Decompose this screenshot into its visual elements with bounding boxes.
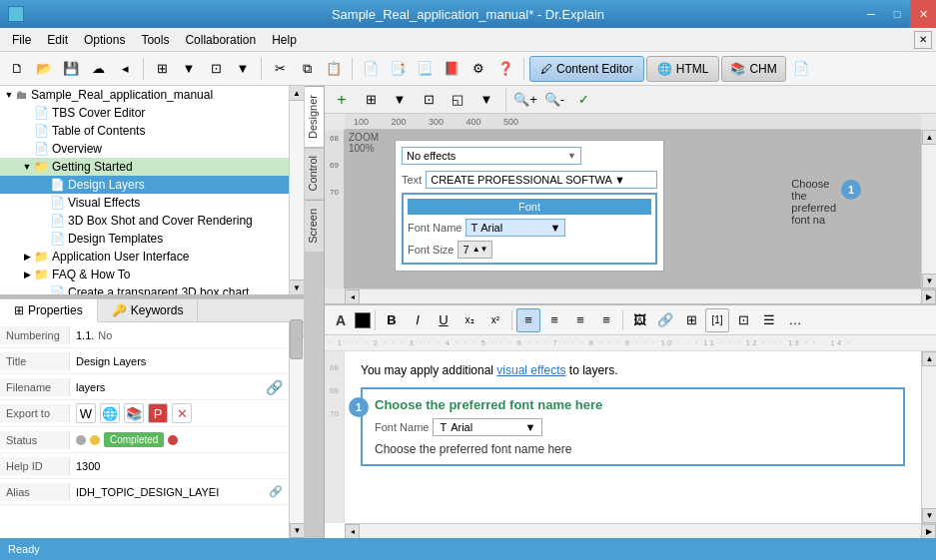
props-scrollbar-v[interactable]: ▲ ▼: [289, 322, 304, 538]
content-editor-button[interactable]: 🖊 Content Editor: [529, 56, 644, 82]
menu-file[interactable]: File: [4, 31, 39, 49]
editor-scroll-down[interactable]: ▼: [922, 508, 936, 523]
export-btn-chm[interactable]: 📚: [124, 403, 144, 423]
design-scroll-right[interactable]: ▶: [921, 289, 936, 304]
align-center-button[interactable]: ≡: [542, 308, 566, 332]
props-scroll-down[interactable]: ▼: [290, 523, 304, 538]
export-btn-pdf[interactable]: P: [148, 403, 168, 423]
design-zoom-in[interactable]: 🔍+: [512, 87, 538, 113]
minimize-button[interactable]: ─: [858, 0, 884, 28]
tab-properties[interactable]: ⊞ Properties: [0, 299, 98, 322]
pdf-button[interactable]: 📄: [788, 56, 814, 82]
italic-button[interactable]: I: [406, 308, 430, 332]
visual-effects-link[interactable]: visual effects: [496, 363, 565, 377]
color-swatch[interactable]: [355, 312, 371, 328]
design-scroll-down[interactable]: ▼: [922, 274, 936, 288]
editor-scroll-up[interactable]: ▲: [922, 351, 936, 366]
scroll-down-arrow[interactable]: ▼: [290, 280, 304, 294]
editor-scrollbar-h[interactable]: ◂ ▶: [345, 523, 936, 538]
props-scroll-thumb[interactable]: [290, 322, 303, 359]
tree-scroll-v[interactable]: ▲ ▼: [289, 86, 304, 294]
insert-link-button[interactable]: 🔗: [653, 308, 677, 332]
font-name-select[interactable]: T Arial ▼: [466, 219, 565, 237]
filename-icon[interactable]: 🔗: [266, 379, 283, 395]
design-canvas[interactable]: ZOOM 100% No effects ▼: [345, 130, 921, 288]
tree-item-design-layers[interactable]: 📄 Design Layers: [0, 176, 304, 194]
help-btn[interactable]: ❓: [492, 56, 518, 82]
text-input[interactable]: CREATE PROFESSIONAL SOFTWA ▼: [426, 171, 657, 189]
insert-special-button[interactable]: ⊡: [731, 308, 755, 332]
tree-item-design-templates[interactable]: 📄 Design Templates: [0, 230, 304, 248]
editor-scroll-right[interactable]: ▶: [921, 524, 936, 538]
new-button[interactable]: 🗋: [4, 56, 30, 82]
prop-title-value[interactable]: Design Layers: [70, 352, 289, 370]
align-justify-button[interactable]: ≡: [594, 308, 618, 332]
align-left-button[interactable]: ≡: [516, 308, 540, 332]
menu-bar-close-button[interactable]: ✕: [914, 31, 932, 49]
export-btn-remove[interactable]: ✕: [172, 403, 192, 423]
no-effects-select[interactable]: No effects ▼: [402, 147, 581, 165]
cut-button[interactable]: ✂: [267, 56, 293, 82]
design-tool-4[interactable]: ◱: [445, 87, 470, 113]
export-btn-3[interactable]: 📃: [412, 56, 438, 82]
view-btn-3[interactable]: ⊡: [203, 56, 229, 82]
export-btn-5[interactable]: ⚙: [466, 56, 491, 82]
export-btn-1[interactable]: 📄: [358, 56, 384, 82]
superscript-button[interactable]: x²: [483, 308, 507, 332]
html-button[interactable]: 🌐 HTML: [646, 56, 720, 82]
font-color-btn[interactable]: A: [329, 308, 353, 332]
paste-button[interactable]: 📋: [321, 56, 347, 82]
view-btn-4[interactable]: ▼: [230, 56, 256, 82]
insert-image-button[interactable]: 🖼: [627, 308, 651, 332]
copy-button[interactable]: ⧉: [294, 56, 320, 82]
export-btn-doc[interactable]: W: [76, 403, 96, 423]
design-tool-2[interactable]: ▼: [387, 87, 413, 113]
open-button[interactable]: 📂: [31, 56, 57, 82]
insert-callout-button[interactable]: [1]: [705, 308, 729, 332]
editor-scrollbar-v[interactable]: ▲ ▼: [921, 351, 936, 523]
expand-icon-faq[interactable]: ▶: [20, 268, 34, 281]
export-btn-2[interactable]: 📑: [385, 56, 411, 82]
prop-helpid-value[interactable]: 1300: [70, 457, 289, 475]
tree-item-faq[interactable]: ▶ 📁 FAQ & How To: [0, 266, 304, 283]
menu-collaboration[interactable]: Collaboration: [177, 31, 264, 49]
export-btn-html[interactable]: 🌐: [100, 403, 120, 423]
tree-item-app-ui[interactable]: ▶ 📁 Application User Interface: [0, 248, 304, 266]
tree-root[interactable]: ▼ 🖿 Sample_Real_application_manual: [0, 86, 304, 104]
expand-icon-aui[interactable]: ▶: [20, 250, 34, 264]
menu-edit[interactable]: Edit: [39, 31, 76, 49]
scroll-up-arrow[interactable]: ▲: [290, 86, 304, 101]
export-btn-4[interactable]: 📕: [439, 56, 465, 82]
insert-list-button[interactable]: ☰: [757, 308, 781, 332]
close-button[interactable]: ✕: [910, 0, 936, 28]
tree-item-toc[interactable]: 📄 Table of Contents: [0, 122, 304, 140]
tree-item-getting-started[interactable]: ▼ 📁 Getting Started: [0, 158, 304, 176]
subscript-button[interactable]: x₂: [458, 308, 481, 332]
insert-table-button[interactable]: ⊞: [679, 308, 703, 332]
more-button[interactable]: …: [783, 308, 807, 332]
view-btn-1[interactable]: ⊞: [149, 56, 175, 82]
alias-icon[interactable]: 🔗: [269, 485, 283, 498]
design-tool-3[interactable]: ⊡: [416, 87, 442, 113]
editor-content[interactable]: You may apply additional visual effects …: [345, 351, 921, 523]
tree-item-tbs[interactable]: 📄 TBS Cover Editor: [0, 104, 304, 122]
maximize-button[interactable]: □: [884, 0, 910, 28]
tab-control[interactable]: Control: [305, 147, 324, 199]
design-scroll-left[interactable]: ◂: [345, 289, 360, 304]
tab-keywords[interactable]: 🔑 Keywords: [98, 299, 199, 321]
design-check[interactable]: ✓: [570, 87, 596, 113]
design-tool-1[interactable]: ⊞: [358, 87, 384, 113]
cloud-button[interactable]: ☁: [85, 56, 111, 82]
tree-item-visual-effects[interactable]: 📄 Visual Effects: [0, 194, 304, 212]
expand-icon-root[interactable]: ▼: [2, 88, 16, 102]
design-tool-5[interactable]: ▼: [473, 87, 499, 113]
back-button[interactable]: ◂: [112, 56, 138, 82]
underline-button[interactable]: U: [432, 308, 456, 332]
view-btn-2[interactable]: ▼: [176, 56, 202, 82]
design-add-btn[interactable]: +: [329, 87, 355, 113]
chm-button[interactable]: 📚 CHM: [721, 56, 785, 82]
tree-item-transparent[interactable]: 📄 Create a transparent 3D box chart: [0, 283, 304, 294]
tree-item-3dbox[interactable]: 📄 3D Box Shot and Cover Rendering: [0, 212, 304, 230]
menu-help[interactable]: Help: [264, 31, 305, 49]
bold-button[interactable]: B: [380, 308, 404, 332]
